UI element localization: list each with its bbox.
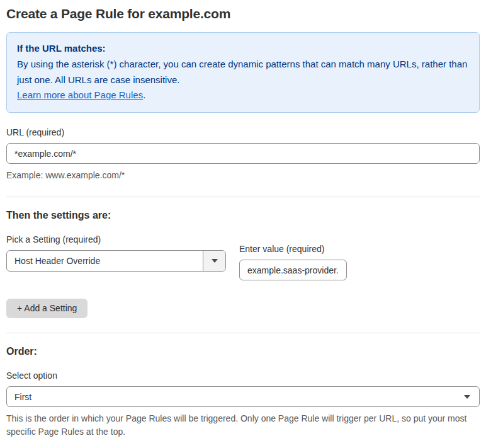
pick-setting-select[interactable]: Host Header Override [6, 250, 226, 272]
info-box-body: By using the asterisk (*) character, you… [17, 57, 469, 88]
url-example-helper: Example: www.example.com/* [6, 169, 480, 182]
enter-value-column: Enter value (required) [239, 244, 347, 280]
pick-setting-column: Pick a Setting (required) Host Header Ov… [6, 234, 226, 272]
url-field-label: URL (required) [6, 127, 480, 137]
url-input[interactable] [6, 143, 480, 164]
pick-setting-label: Pick a Setting (required) [6, 234, 226, 244]
page-title: Create a Page Rule for example.com [6, 6, 480, 21]
divider [6, 333, 480, 333]
pick-setting-selected-value: Host Header Override [7, 251, 203, 271]
setting-value-input[interactable] [239, 260, 347, 280]
chevron-down-icon [212, 259, 218, 263]
order-helper-text: This is the order in which your Page Rul… [6, 412, 480, 439]
order-select-label: Select option [6, 370, 480, 381]
info-box-link-line: Learn more about Page Rules. [17, 88, 469, 103]
create-page-rule-form: Create a Page Rule for example.com If th… [0, 0, 486, 448]
learn-more-link[interactable]: Learn more about Page Rules [17, 89, 143, 100]
divider [6, 197, 480, 197]
settings-row: Pick a Setting (required) Host Header Ov… [6, 234, 480, 280]
order-selected-value: First [14, 392, 31, 402]
add-setting-button[interactable]: + Add a Setting [6, 299, 88, 318]
settings-section-heading: Then the settings are: [6, 210, 480, 221]
chevron-down-icon [464, 395, 470, 399]
order-select[interactable]: First [6, 386, 480, 407]
url-matches-info-box: If the URL matches: By using the asteris… [6, 32, 480, 113]
enter-value-label: Enter value (required) [239, 244, 347, 254]
add-setting-wrap: + Add a Setting [6, 299, 480, 318]
info-box-heading: If the URL matches: [17, 41, 469, 57]
link-period: . [143, 89, 145, 100]
pick-setting-dropdown-button[interactable] [203, 251, 225, 271]
order-section-heading: Order: [6, 346, 480, 357]
